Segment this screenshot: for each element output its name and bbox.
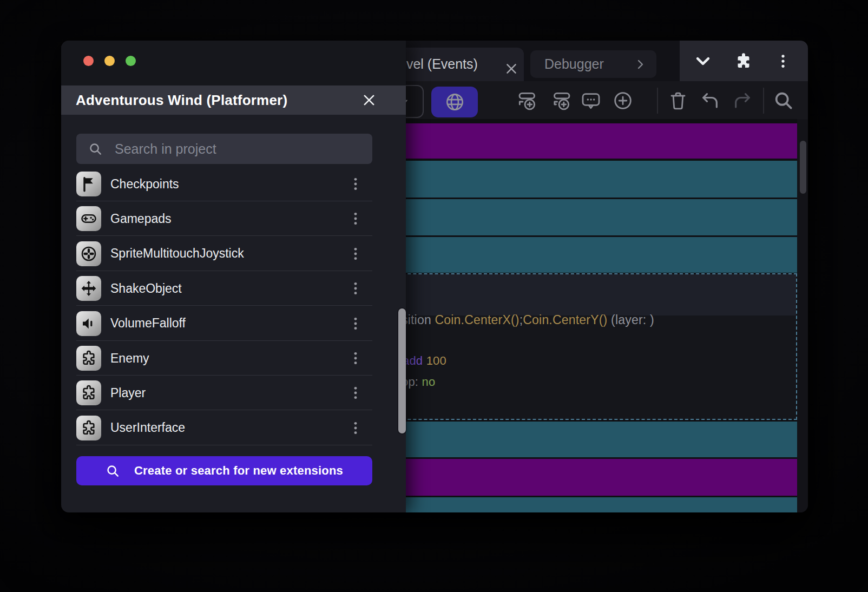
list-item-label: Gamepads (110, 201, 172, 236)
kebab-menu-icon[interactable] (348, 351, 363, 366)
add-circle-button[interactable] (611, 89, 635, 113)
kebab-menu-icon[interactable] (348, 385, 363, 400)
chevron-down-icon[interactable] (694, 52, 712, 70)
event-row-purple[interactable] (375, 459, 797, 496)
minimize-window-button[interactable] (104, 56, 115, 66)
kebab-menu-icon[interactable] (348, 176, 363, 192)
event-action-line[interactable]: add 100 (403, 354, 446, 368)
code-segment: add (403, 354, 426, 367)
tab-scroll-right-icon[interactable] (634, 58, 647, 71)
list-item-volumefalloff[interactable]: VolumeFalloff (61, 306, 406, 341)
gamepad-icon (76, 206, 101, 231)
drawer-header: Adventurous Wind (Platformer) (61, 85, 406, 115)
toolbar-separator (657, 88, 658, 114)
kebab-menu-icon[interactable] (348, 316, 363, 331)
code-segment: Coin.CenterX() (435, 313, 519, 327)
code-segment: (layer: ) (607, 313, 654, 327)
globe-button[interactable] (431, 87, 478, 117)
search-events-button[interactable] (772, 89, 795, 113)
list-item-enemy[interactable]: Enemy (61, 341, 406, 376)
list-item-label: VolumeFalloff (110, 306, 186, 341)
list-item-userinterface[interactable]: UserInterface (61, 411, 406, 445)
close-window-button[interactable] (83, 56, 94, 66)
event-row-teal[interactable] (375, 497, 797, 512)
create-extension-button[interactable]: Create or search for new extensions (76, 456, 372, 485)
zoom-window-button[interactable] (126, 56, 136, 66)
list-item-label: ShakeObject (110, 271, 182, 306)
undo-button[interactable] (698, 89, 722, 113)
redo-button[interactable] (731, 89, 754, 113)
list-item-shakeobject[interactable]: ShakeObject (61, 271, 406, 306)
event-row-teal[interactable] (375, 161, 797, 198)
kebab-menu-icon[interactable] (348, 420, 363, 436)
create-extension-label: Create or search for new extensions (134, 464, 343, 478)
divider (76, 445, 372, 445)
code-segment: Coin.CenterY() (523, 313, 607, 327)
code-segment: sition (402, 313, 435, 327)
events-scrollbar[interactable] (797, 119, 808, 512)
tabbar-right-controls (680, 41, 808, 81)
drawer-scrollbar-thumb[interactable] (398, 308, 406, 433)
list-item-gamepads[interactable]: Gamepads (61, 201, 406, 236)
event-row-purple[interactable] (375, 123, 797, 159)
puzzle-icon (76, 416, 101, 440)
tab-debugger[interactable]: Debugger (530, 50, 656, 78)
list-item-label: SpriteMultitouchJoystick (110, 236, 244, 271)
list-item-checkpoints[interactable]: Checkpoints (61, 167, 406, 201)
code-segment: no (422, 375, 436, 389)
tab-debugger-label: Debugger (544, 56, 604, 72)
search-icon (106, 464, 120, 478)
tab-close-icon[interactable] (504, 62, 518, 76)
event-action-line[interactable]: sition Coin.CenterX();Coin.CenterY() (la… (402, 313, 654, 327)
add-event-button[interactable] (516, 89, 540, 113)
close-drawer-icon[interactable] (361, 93, 377, 108)
project-title: Adventurous Wind (Platformer) (76, 92, 287, 109)
search-input[interactable]: Search in project (76, 134, 372, 164)
search-placeholder: Search in project (115, 141, 216, 157)
volume-icon (76, 311, 101, 336)
add-comment-button[interactable] (579, 89, 603, 113)
kebab-menu-icon[interactable] (775, 53, 791, 69)
tab-level-events[interactable]: evel (Events) (386, 48, 524, 81)
puzzle-icon (76, 380, 101, 405)
selected-event[interactable]: sition Coin.CenterX();Coin.CenterY() (la… (375, 273, 797, 420)
flag-icon (76, 172, 101, 196)
code-segment: 100 (426, 354, 446, 367)
window-titlebar (61, 41, 406, 85)
move-icon (76, 276, 101, 301)
desktop-backdrop: evel (Events) Debugger (0, 0, 868, 592)
list-item-label: Enemy (110, 341, 149, 376)
event-row-teal[interactable] (375, 237, 797, 273)
list-item-spritemultitouchjoystick[interactable]: SpriteMultitouchJoystick (61, 236, 406, 271)
event-row-teal[interactable] (375, 422, 797, 457)
project-manager-drawer: Adventurous Wind (Platformer) Search in … (61, 41, 406, 512)
list-item-label: UserInterface (110, 411, 185, 445)
list-item-player[interactable]: Player (61, 376, 406, 410)
joystick-icon (76, 241, 101, 266)
kebab-menu-icon[interactable] (348, 246, 363, 261)
add-subevent-button[interactable] (549, 89, 573, 113)
list-item-label: Player (110, 376, 146, 410)
selected-event-conditions[interactable] (376, 274, 796, 315)
app-window: evel (Events) Debugger (61, 41, 808, 512)
delete-button[interactable] (666, 89, 690, 113)
events-scrollbar-thumb[interactable] (800, 141, 806, 194)
toolbar-separator (763, 88, 764, 114)
tab-level-events-label: evel (Events) (399, 56, 478, 72)
globe-icon (445, 92, 465, 112)
list-item-label: Checkpoints (110, 167, 179, 201)
puzzle-extensions-icon[interactable] (734, 51, 753, 71)
puzzle-icon (76, 346, 101, 371)
event-row-teal[interactable] (375, 199, 797, 235)
kebab-menu-icon[interactable] (348, 281, 363, 296)
search-icon (88, 142, 103, 156)
kebab-menu-icon[interactable] (348, 211, 363, 226)
event-action-line[interactable]: op: no (402, 375, 435, 389)
